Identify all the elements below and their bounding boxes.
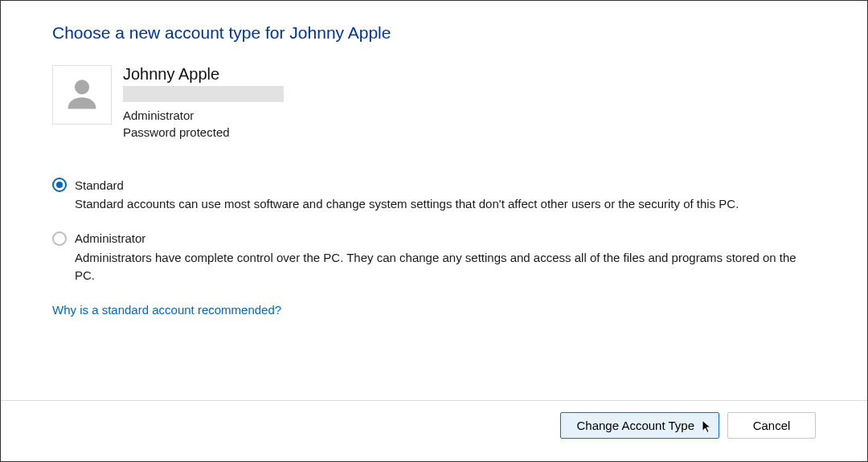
cursor-icon (701, 419, 712, 434)
option-administrator[interactable]: Administrator Administrators have comple… (52, 231, 816, 285)
svg-point-0 (75, 80, 89, 94)
option-standard-label: Standard (75, 178, 124, 192)
option-administrator-description: Administrators have complete control ove… (75, 249, 798, 285)
option-standard-description: Standard accounts can use most software … (75, 195, 798, 214)
account-protection: Password protected (123, 124, 284, 141)
change-account-type-label: Change Account Type (577, 419, 695, 432)
avatar (52, 65, 112, 125)
change-account-type-button[interactable]: Change Account Type (560, 412, 720, 439)
account-header: Johnny Apple Administrator Password prot… (52, 65, 816, 141)
account-role: Administrator (123, 107, 284, 124)
footer: Change Account Type Cancel (1, 400, 867, 461)
account-type-options: Standard Standard accounts can use most … (52, 178, 816, 285)
option-administrator-label: Administrator (75, 231, 145, 245)
help-link[interactable]: Why is a standard account recommended? (52, 303, 281, 317)
redacted-email (123, 86, 284, 102)
option-standard[interactable]: Standard Standard accounts can use most … (52, 178, 816, 214)
radio-standard[interactable] (52, 178, 67, 192)
cancel-button[interactable]: Cancel (727, 412, 816, 439)
radio-administrator[interactable] (52, 231, 67, 246)
user-icon (61, 73, 103, 117)
page-title: Choose a new account type for Johnny App… (52, 23, 816, 43)
account-info: Johnny Apple Administrator Password prot… (123, 65, 284, 141)
account-name: Johnny Apple (123, 65, 284, 84)
